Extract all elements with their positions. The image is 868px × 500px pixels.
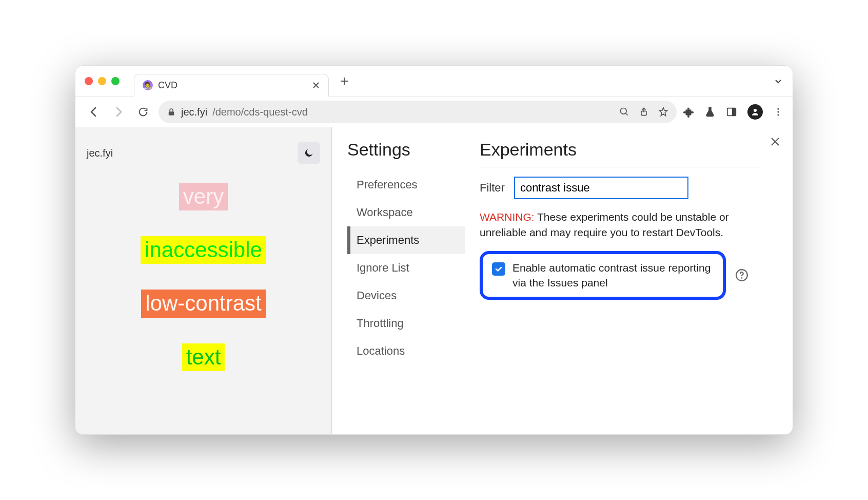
nav-experiments[interactable]: Experiments — [347, 226, 465, 254]
favicon-icon: 🧑‍🎨 — [143, 80, 153, 90]
help-icon[interactable] — [735, 268, 748, 282]
svg-point-8 — [777, 114, 779, 116]
tab-bar: 🧑‍🎨 CVD — [75, 66, 793, 97]
browser-window: 🧑‍🎨 CVD jec.fyi/demo/cds-quest-cvd — [75, 65, 793, 435]
close-settings-icon[interactable] — [770, 137, 780, 147]
tab-title: CVD — [158, 80, 307, 91]
share-icon[interactable] — [639, 107, 649, 117]
warning-text: WARNING: These experiments could be unst… — [480, 209, 746, 241]
bookmark-icon[interactable] — [658, 107, 668, 117]
browser-tab[interactable]: 🧑‍🎨 CVD — [134, 74, 329, 97]
demo-word-1: very — [179, 183, 228, 210]
close-tab-icon[interactable] — [312, 81, 320, 89]
filter-label: Filter — [480, 181, 505, 195]
nav-locations[interactable]: Locations — [347, 337, 465, 365]
settings-nav: Preferences Workspace Experiments Ignore… — [347, 171, 465, 365]
extensions-icon[interactable] — [683, 106, 694, 118]
demo-word-4: text — [182, 343, 225, 371]
svg-point-5 — [754, 109, 757, 112]
profile-icon[interactable] — [747, 104, 763, 120]
site-name: jec.fyi — [87, 147, 113, 159]
minimize-window-button[interactable] — [98, 77, 106, 85]
filter-input[interactable] — [514, 177, 688, 199]
labs-icon[interactable] — [704, 106, 716, 118]
settings-title: Settings — [347, 140, 465, 160]
demo-words: very inaccessible low-contrast text — [87, 183, 320, 371]
settings-main: Experiments Filter WARNING: These experi… — [465, 127, 793, 434]
dark-mode-toggle[interactable] — [298, 142, 320, 164]
moon-icon — [303, 147, 314, 159]
nav-preferences[interactable]: Preferences — [347, 171, 465, 199]
warning-prefix: WARNING: — [480, 211, 535, 223]
close-window-button[interactable] — [85, 77, 93, 85]
svg-rect-0 — [169, 111, 174, 116]
nav-ignore-list[interactable]: Ignore List — [347, 254, 465, 282]
content-area: jec.fyi very inaccessible low-contrast t… — [75, 127, 793, 434]
demo-word-3: low-contrast — [141, 290, 265, 317]
back-button[interactable] — [85, 103, 103, 121]
nav-throttling[interactable]: Throttling — [347, 310, 465, 337]
demo-word-2: inaccessible — [141, 236, 266, 264]
toolbar: jec.fyi/demo/cds-quest-cvd — [75, 97, 793, 127]
menu-icon[interactable] — [773, 107, 783, 117]
experiments-title: Experiments — [480, 140, 762, 160]
forward-button[interactable] — [109, 103, 128, 121]
checkbox-checked-icon[interactable] — [492, 262, 505, 276]
nav-workspace[interactable]: Workspace — [347, 199, 465, 226]
reload-button[interactable] — [134, 103, 152, 121]
nav-devices[interactable]: Devices — [347, 282, 465, 310]
zoom-icon[interactable] — [619, 107, 629, 117]
settings-sidebar: Settings Preferences Workspace Experimen… — [332, 127, 465, 434]
svg-point-10 — [741, 277, 743, 279]
toolbar-icons — [683, 104, 783, 120]
lock-icon — [167, 107, 176, 117]
tabs-menu-icon[interactable] — [773, 76, 783, 86]
svg-point-1 — [621, 108, 627, 114]
url-path: /demo/cds-quest-cvd — [212, 106, 308, 118]
maximize-window-button[interactable] — [111, 77, 120, 85]
devtools-settings: Settings Preferences Workspace Experimen… — [332, 127, 793, 434]
sidepanel-icon[interactable] — [726, 106, 737, 118]
window-controls — [85, 77, 120, 85]
experiment-label: Enable automatic contrast issue reportin… — [512, 260, 714, 291]
svg-point-7 — [777, 111, 779, 112]
svg-rect-4 — [732, 108, 736, 116]
svg-point-6 — [777, 108, 779, 110]
address-bar[interactable]: jec.fyi/demo/cds-quest-cvd — [159, 101, 677, 123]
page-pane: jec.fyi very inaccessible low-contrast t… — [75, 127, 332, 434]
divider — [480, 167, 762, 167]
experiment-contrast-issue[interactable]: Enable automatic contrast issue reportin… — [480, 251, 726, 300]
filter-row: Filter — [480, 177, 762, 199]
new-tab-button[interactable] — [339, 76, 349, 86]
url-host: jec.fyi — [181, 106, 207, 118]
